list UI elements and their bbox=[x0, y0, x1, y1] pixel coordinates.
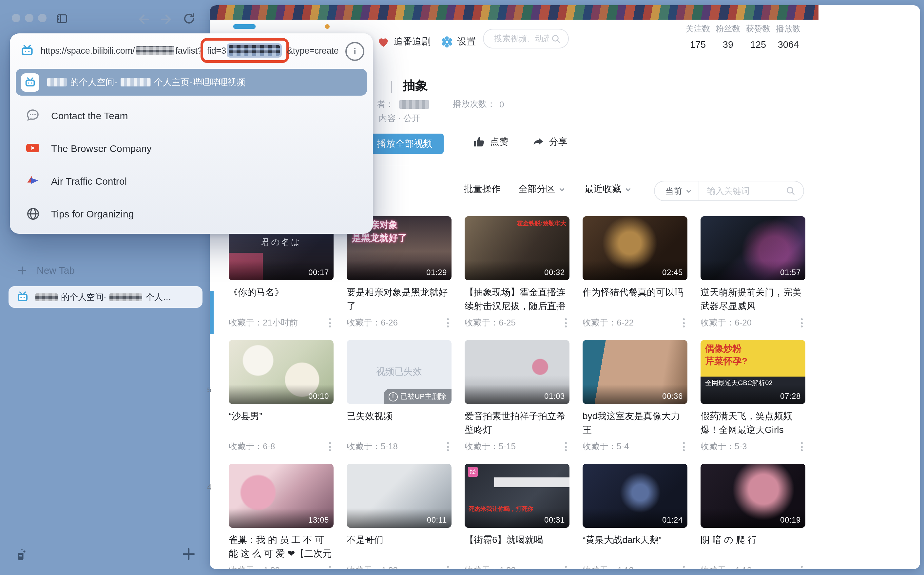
video-card[interactable]: 00:36 byd我这室友是真像大力王 收藏于：5-4 bbox=[583, 340, 687, 453]
video-thumbnail[interactable]: 00:10 bbox=[229, 340, 333, 404]
category-filter-dropdown[interactable]: 全部分区 bbox=[518, 183, 566, 196]
video-card[interactable]: 02:45 作为怪猎代餐真的可以吗 收藏于：6-22 bbox=[583, 216, 687, 329]
thumb-up-icon bbox=[473, 135, 486, 149]
video-thumbnail[interactable]: 偶像炒粉芹菜怀孕?全网最逆天GBC解析0207:28 bbox=[701, 340, 805, 404]
window-minimize-button[interactable] bbox=[25, 14, 33, 22]
new-tab-button[interactable]: New Tab bbox=[17, 265, 75, 276]
video-title[interactable]: byd我这室友是真像大力王 bbox=[583, 409, 687, 437]
video-title[interactable]: 雀巢：我 的 员 工 不 可 能 这 么 可 爱 ❤【二次元爆改 bbox=[229, 533, 333, 561]
video-title[interactable]: 【抽象现场】霍金直播连续射击汉尼拔，随后直播间被封 bbox=[465, 286, 569, 313]
nav-bangumi[interactable]: 追番追剧 bbox=[377, 34, 430, 50]
video-title[interactable]: 假药满天飞，笑点频频爆！全网最逆天Girls Band Cry解析 bbox=[701, 409, 805, 437]
video-thumbnail[interactable]: 视频已失效!已被UP主删除 bbox=[347, 340, 451, 404]
window-zoom-button[interactable] bbox=[38, 14, 46, 22]
site-search[interactable] bbox=[483, 29, 569, 48]
more-menu-icon[interactable] bbox=[327, 317, 333, 329]
add-space-button[interactable] bbox=[181, 546, 197, 562]
more-menu-icon[interactable] bbox=[798, 564, 805, 569]
video-card[interactable]: 偶像炒粉芹菜怀孕?全网最逆天GBC解析0207:28 假药满天飞，笑点频频爆！全… bbox=[701, 340, 805, 453]
video-title[interactable]: 不是哥们 bbox=[347, 533, 451, 561]
more-menu-icon[interactable] bbox=[798, 317, 805, 329]
suggestion-current-page[interactable]: 的个人空间- 个人主页-哔哩哔哩视频 bbox=[16, 69, 367, 95]
new-tab-label: New Tab bbox=[37, 265, 75, 276]
video-thumbnail[interactable]: 00:19 bbox=[701, 464, 805, 528]
more-menu-icon[interactable] bbox=[798, 441, 805, 453]
like-button[interactable]: 点赞 bbox=[473, 135, 508, 149]
site-search-input[interactable] bbox=[493, 33, 550, 44]
keyword-input[interactable] bbox=[699, 185, 785, 197]
sidebar-toggle-icon[interactable] bbox=[55, 13, 69, 25]
video-title[interactable]: 逆天萌新提前关门，完美武器尽显威风 bbox=[701, 286, 805, 313]
window-close-button[interactable] bbox=[12, 14, 20, 22]
video-title[interactable]: 阴 暗 の 爬 行 bbox=[701, 533, 805, 561]
search-scope-dropdown[interactable]: 当前 bbox=[655, 185, 699, 197]
suggestion-browser-company[interactable]: The Browser Company bbox=[16, 132, 367, 164]
batch-operation-button[interactable]: 批量操作 bbox=[464, 183, 501, 196]
video-card[interactable]: 00:11 不是哥们 收藏于：4-28 bbox=[347, 464, 451, 569]
video-title[interactable]: 爱音拍素世拍祥子拍立希壁咚灯 bbox=[465, 409, 569, 437]
suggestion-tips-organizing[interactable]: Tips for Organizing bbox=[16, 197, 367, 230]
deleted-badge: !已被UP主删除 bbox=[384, 389, 451, 404]
video-title[interactable]: 已失效视频 bbox=[347, 409, 451, 437]
video-thumbnail[interactable]: 02:45 bbox=[583, 216, 687, 280]
video-title[interactable]: “沙县男” bbox=[229, 409, 333, 437]
info-icon[interactable]: i bbox=[345, 42, 364, 61]
video-card[interactable]: 死杰米我让你喝，打死你经00:31 【街霸6】就喝就喝 收藏于：4-28 bbox=[465, 464, 569, 569]
share-button[interactable]: 分享 bbox=[532, 135, 567, 149]
thumb-overlay-text: 霍金铁脱:致敬牢大 bbox=[517, 219, 566, 228]
forward-button[interactable] bbox=[159, 12, 174, 27]
more-menu-icon[interactable] bbox=[327, 441, 333, 453]
more-menu-icon[interactable] bbox=[444, 441, 451, 453]
video-title[interactable]: 作为怪猎代餐真的可以吗 bbox=[583, 286, 687, 313]
masked-username bbox=[110, 293, 143, 301]
video-thumbnail[interactable]: 00:36 bbox=[583, 340, 687, 404]
title-separator: ｜ bbox=[386, 78, 397, 94]
more-menu-icon[interactable] bbox=[680, 441, 687, 453]
video-card[interactable]: 13:05 雀巢：我 的 员 工 不 可 能 这 么 可 爱 ❤【二次元爆改 收… bbox=[229, 464, 333, 569]
suggestion-list: Contact the Team The Browser Company Air… bbox=[16, 99, 367, 230]
reload-button[interactable] bbox=[182, 12, 196, 25]
video-thumbnail[interactable]: 01:24 bbox=[583, 464, 687, 528]
more-menu-icon[interactable] bbox=[680, 564, 687, 569]
video-card[interactable]: 00:19 阴 暗 の 爬 行 收藏于：4-16 bbox=[701, 464, 805, 569]
video-card[interactable]: 00:10 “沙县男” 收藏于：6-8 bbox=[229, 340, 333, 453]
video-thumbnail[interactable]: 01:03 bbox=[465, 340, 569, 404]
tab-bilibili-space[interactable]: 的个人空间· 个人… bbox=[8, 286, 202, 308]
more-menu-icon[interactable] bbox=[327, 564, 333, 569]
video-card[interactable]: 霍金铁脱:致敬牢大00:32 【抽象现场】霍金直播连续射击汉尼拔，随后直播间被封… bbox=[465, 216, 569, 329]
video-card[interactable]: 视频已失效!已被UP主删除 已失效视频 收藏于：5-18 bbox=[347, 340, 451, 453]
video-duration: 00:17 bbox=[308, 268, 329, 277]
video-title[interactable]: “黄泉大战dark天鹅” bbox=[583, 533, 687, 561]
video-thumbnail[interactable]: 霍金铁脱:致敬牢大00:32 bbox=[465, 216, 569, 280]
back-button[interactable] bbox=[136, 12, 151, 27]
fav-date-text: 收藏于：6-22 bbox=[583, 317, 634, 329]
suggestion-contact-team[interactable]: Contact the Team bbox=[16, 99, 367, 132]
nav-settings[interactable]: 设置 bbox=[440, 34, 476, 50]
more-menu-icon[interactable] bbox=[680, 317, 687, 329]
more-menu-icon[interactable] bbox=[444, 317, 451, 329]
video-thumbnail[interactable]: 01:57 bbox=[701, 216, 805, 280]
video-card[interactable]: 01:57 逆天萌新提前关门，完美武器尽显威风 收藏于：6-20 bbox=[701, 216, 805, 329]
url-bar[interactable]: https://space.bilibili.com/ favlist? fid… bbox=[10, 33, 373, 67]
video-card[interactable]: 01:24 “黄泉大战dark天鹅” 收藏于：4-18 bbox=[583, 464, 687, 569]
video-title[interactable]: 【街霸6】就喝就喝 bbox=[465, 533, 569, 561]
video-thumbnail[interactable]: 13:05 bbox=[229, 464, 333, 528]
video-card[interactable]: 01:03 爱音拍素世拍祥子拍立希壁咚灯 收藏于：5-15 bbox=[465, 340, 569, 453]
more-menu-icon[interactable] bbox=[562, 564, 569, 569]
sort-filter-dropdown[interactable]: 最近收藏 bbox=[585, 183, 632, 196]
play-all-button[interactable]: 播放全部视频 bbox=[366, 133, 444, 154]
archive-tabs-icon[interactable] bbox=[14, 548, 29, 562]
video-thumbnail[interactable]: 00:11 bbox=[347, 464, 451, 528]
video-thumbnail[interactable]: 死杰米我让你喝，打死你经00:31 bbox=[465, 464, 569, 528]
fav-date-text: 收藏于：21小时前 bbox=[229, 317, 298, 329]
suggestion-air-traffic-control[interactable]: Air Traffic Control bbox=[16, 164, 367, 197]
masked-username bbox=[47, 78, 67, 86]
chevron-down-icon bbox=[558, 186, 566, 193]
video-title[interactable]: 《你的马名》 bbox=[229, 286, 333, 313]
play-count-label: 播放次数： bbox=[453, 98, 495, 110]
more-menu-icon[interactable] bbox=[562, 317, 569, 329]
more-menu-icon[interactable] bbox=[562, 441, 569, 453]
fav-date-text: 收藏于：6-8 bbox=[229, 441, 275, 453]
more-menu-icon[interactable] bbox=[444, 564, 451, 569]
video-title[interactable]: 要是相亲对象是黑龙就好了 bbox=[347, 286, 451, 313]
